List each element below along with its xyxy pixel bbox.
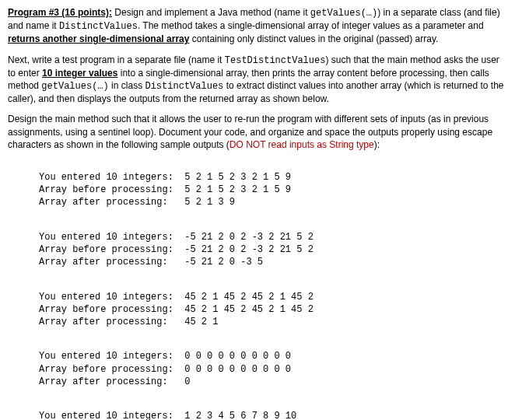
code-testdistinctvalues: TestDistinctValues	[225, 55, 326, 66]
label-after: Array after processing:	[39, 197, 168, 208]
sample-run: You entered 10 integers: 5 2 1 5 2 3 2 1…	[39, 171, 507, 209]
values-entered: -5 21 2 0 2 -3 2 21 5 2	[173, 232, 314, 243]
label-after: Array after processing:	[39, 257, 168, 268]
sample-output: You entered 10 integers: 5 2 1 5 2 3 2 1…	[39, 159, 507, 420]
text: containing only distinct values in the o…	[189, 33, 438, 44]
code-distinctvalues-2: DistinctValues	[145, 81, 223, 92]
label-entered: You entered 10 integers:	[39, 232, 173, 243]
warning-text: DO NOT read inputs as String type	[229, 139, 374, 150]
paragraph-1: Program #3 (16 points): Design and imple…	[8, 6, 507, 46]
sample-run: You entered 10 integers: -5 21 2 0 2 -3 …	[39, 231, 507, 269]
text: . The method takes a single-dimensional …	[138, 20, 484, 31]
code-distinctvalues: DistinctValues	[59, 21, 138, 32]
paragraph-2: Next, write a test program in a separate…	[8, 54, 507, 106]
values-before: 0 0 0 0 0 0 0 0 0 0	[173, 364, 291, 375]
values-entered: 45 2 1 45 2 45 2 1 45 2	[173, 292, 314, 303]
values-entered: 5 2 1 5 2 3 2 1 5 9	[173, 172, 291, 183]
code-getvalues-2: getValues(…)	[41, 81, 108, 92]
paragraph-3: Design the main method such that it allo…	[8, 113, 507, 151]
label-entered: You entered 10 integers:	[39, 411, 173, 420]
values-after: 5 2 1 3 9	[168, 197, 235, 208]
values-before: 45 2 1 45 2 45 2 1 45 2	[173, 304, 314, 315]
values-entered: 0 0 0 0 0 0 0 0 0 0	[173, 351, 291, 362]
values-after: 0	[168, 376, 191, 387]
sample-run: You entered 10 integers: 45 2 1 45 2 45 …	[39, 291, 507, 329]
label-before: Array before processing:	[39, 304, 173, 315]
underline-ten-integers: 10 integer values	[42, 68, 117, 79]
code-getvalues: getValues(…)	[310, 8, 377, 19]
label-after: Array after processing:	[39, 376, 168, 387]
values-entered: 1 2 3 4 5 6 7 8 9 10	[173, 411, 296, 420]
sample-run: You entered 10 integers: 0 0 0 0 0 0 0 0…	[39, 350, 507, 388]
label-after: Array after processing:	[39, 317, 168, 327]
program-title: Program #3 (16 points):	[8, 7, 112, 18]
text: Next, write a test program in a separate…	[8, 54, 225, 65]
label-entered: You entered 10 integers:	[39, 172, 173, 183]
values-after: -5 21 2 0 -3 5	[168, 257, 263, 268]
label-entered: You entered 10 integers:	[39, 292, 173, 303]
text: in class	[109, 80, 145, 91]
label-before: Array before processing:	[39, 364, 173, 375]
sample-run: You entered 10 integers: 1 2 3 4 5 6 7 8…	[39, 410, 507, 420]
text: ):	[374, 139, 380, 150]
values-before: -5 21 2 0 2 -3 2 21 5 2	[173, 244, 314, 255]
label-before: Array before processing:	[39, 244, 173, 255]
label-entered: You entered 10 integers:	[39, 351, 173, 362]
values-before: 5 2 1 5 2 3 2 1 5 9	[173, 184, 291, 195]
label-before: Array before processing:	[39, 184, 173, 195]
text: Design and implement a Java method (name…	[112, 7, 310, 18]
values-after: 45 2 1	[168, 317, 219, 327]
underline-returns: returns another single-dimensional array	[8, 33, 189, 44]
